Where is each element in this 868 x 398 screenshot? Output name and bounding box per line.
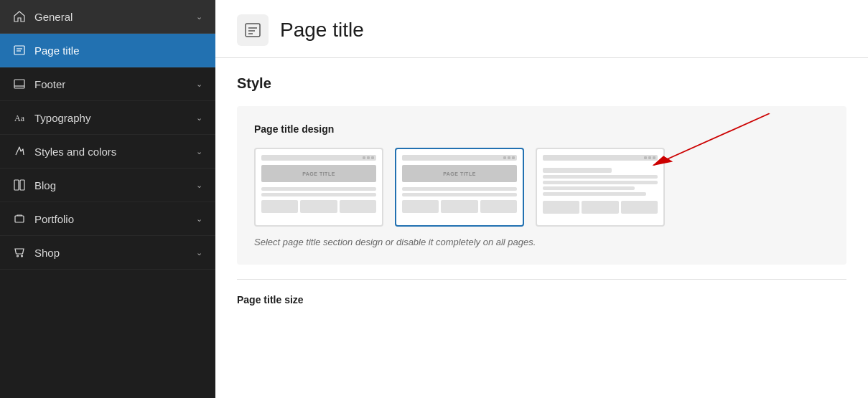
opt-topbar-dot (367, 156, 370, 159)
sidebar: General ⌄ Page title Foot (0, 0, 215, 398)
design-label: Page title design (254, 123, 829, 135)
styles-icon (13, 145, 26, 158)
svg-rect-8 (15, 216, 24, 222)
opt-col (441, 200, 477, 213)
page-title-icon (13, 44, 26, 57)
opt-topbar-2 (402, 155, 517, 161)
svg-point-10 (22, 255, 23, 257)
svg-rect-3 (14, 80, 24, 88)
shop-icon (13, 246, 26, 259)
sidebar-item-blog[interactable]: Blog ⌄ (0, 169, 215, 202)
opt-row (402, 193, 517, 196)
main-body: Style Page title design PAGE TITLE (215, 58, 868, 323)
opt-title-banner-2: PAGE TITLE (402, 165, 517, 182)
sidebar-item-general[interactable]: General ⌄ (0, 0, 215, 34)
svg-text:Aa: Aa (14, 113, 25, 123)
sidebar-label-general: General (34, 11, 73, 23)
opt-content-2 (402, 187, 517, 213)
sidebar-item-page-title[interactable]: Page title (0, 34, 215, 67)
opt-cols (261, 200, 376, 213)
chevron-down-icon-shop: ⌄ (196, 248, 202, 257)
opt-cols (402, 200, 517, 213)
opt-topbar-dot (512, 156, 515, 159)
opt-content-1 (261, 187, 376, 213)
sidebar-item-portfolio[interactable]: Portfolio ⌄ (0, 202, 215, 236)
opt-row (402, 187, 517, 191)
design-option-3[interactable] (536, 148, 665, 227)
blog-icon (13, 179, 26, 191)
opt-banner-text-1: PAGE TITLE (302, 171, 335, 176)
sidebar-item-shop-left: Shop (13, 246, 60, 259)
design-option-2[interactable]: PAGE TITLE (395, 148, 524, 227)
opt-topbar-dot (653, 156, 655, 159)
page-title-size-label: Page title size (237, 279, 846, 305)
sidebar-item-styles-colors[interactable]: Styles and colors ⌄ (0, 135, 215, 169)
opt-row (543, 186, 635, 190)
main-content: Page title Style Page title design PAGE … (215, 0, 868, 398)
design-option-1[interactable]: PAGE TITLE (254, 148, 383, 227)
opt-col (582, 201, 618, 214)
opt-col (402, 200, 439, 213)
main-header: Page title (215, 0, 868, 58)
sidebar-item-shop[interactable]: Shop ⌄ (0, 236, 215, 270)
sidebar-label-shop: Shop (34, 247, 60, 259)
chevron-down-icon: ⌄ (196, 12, 202, 22)
svg-rect-0 (14, 46, 24, 55)
opt-row (261, 187, 376, 191)
sidebar-item-styles-left: Styles and colors (13, 145, 116, 158)
opt-topbar-dot (644, 156, 647, 159)
design-hint: Select page title section design or disa… (254, 237, 829, 247)
svg-rect-11 (246, 24, 260, 37)
svg-point-9 (17, 255, 19, 257)
sidebar-item-portfolio-left: Portfolio (13, 212, 74, 225)
opt-col (480, 200, 517, 213)
opt-topbar-dot (371, 156, 374, 159)
page-title-main-icon (244, 22, 261, 39)
opt-col (621, 201, 658, 214)
opt-row (543, 181, 658, 184)
sidebar-label-styles: Styles and colors (34, 146, 116, 158)
sidebar-item-blog-left: Blog (13, 179, 56, 191)
sidebar-item-typography-left: Aa Typography (13, 111, 90, 124)
sidebar-item-footer[interactable]: Footer ⌄ (0, 67, 215, 101)
opt-topbar-1 (261, 155, 376, 161)
sidebar-item-typography[interactable]: Aa Typography ⌄ (0, 101, 215, 135)
page-title: Page title (280, 19, 364, 42)
style-heading: Style (237, 75, 846, 92)
style-card: Page title design PAGE TITLE (237, 106, 846, 265)
typography-icon: Aa (13, 111, 26, 124)
chevron-down-icon-blog: ⌄ (196, 181, 202, 190)
design-options: PAGE TITLE (254, 148, 829, 227)
opt-row (543, 175, 658, 179)
chevron-down-icon-portfolio: ⌄ (196, 214, 202, 224)
chevron-down-icon-typography: ⌄ (196, 113, 202, 123)
sidebar-label-portfolio: Portfolio (34, 213, 74, 225)
opt-col (340, 200, 376, 213)
opt-row (261, 193, 376, 196)
opt-cols (543, 201, 658, 214)
chevron-down-icon-styles: ⌄ (196, 147, 202, 156)
opt-content-3 (543, 168, 658, 214)
opt-col (300, 200, 337, 213)
opt-topbar-dot (648, 156, 651, 159)
opt-topbar-3 (543, 155, 658, 161)
sidebar-item-general-left: General (13, 10, 73, 23)
opt-topbar-dot (363, 156, 365, 159)
sidebar-item-footer-left: Footer (13, 77, 65, 90)
opt-banner-text-2: PAGE TITLE (443, 171, 476, 176)
opt-col (261, 200, 298, 213)
svg-rect-7 (20, 180, 24, 190)
opt-title-banner-1: PAGE TITLE (261, 165, 376, 182)
opt-topbar-dot (503, 156, 506, 159)
sidebar-label-page-title: Page title (34, 44, 80, 57)
sidebar-item-page-title-left: Page title (13, 44, 80, 57)
sidebar-label-typography: Typography (34, 112, 90, 124)
portfolio-icon (13, 212, 26, 225)
home-icon (13, 10, 26, 23)
sidebar-label-blog: Blog (34, 179, 56, 191)
opt-row (543, 192, 646, 196)
opt-col (543, 201, 579, 214)
opt-topbar-dot (508, 156, 510, 159)
footer-icon (13, 77, 26, 90)
page-icon-box (237, 14, 269, 46)
